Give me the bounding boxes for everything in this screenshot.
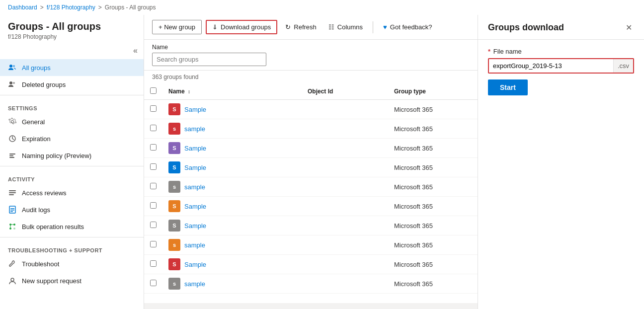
sidebar-item-expiration[interactable]: Expiration — [0, 130, 144, 147]
new-group-button[interactable]: + New group — [152, 20, 202, 34]
table-row: s sample Microsoft 365 — [144, 274, 478, 294]
group-name-link-3[interactable]: Sample — [184, 164, 206, 171]
sidebar-item-naming-policy[interactable]: Naming policy (Preview) — [0, 147, 144, 164]
row-checkbox-8[interactable] — [150, 260, 157, 267]
start-button[interactable]: Start — [488, 79, 528, 95]
row-checkbox-cell[interactable] — [144, 139, 162, 158]
row-checkbox-cell[interactable] — [144, 177, 162, 197]
breadcrumb-dashboard[interactable]: Dashboard — [8, 4, 37, 11]
svg-rect-9 — [9, 192, 16, 193]
row-checkbox-9[interactable] — [150, 280, 157, 286]
sidebar-item-troubleshoot[interactable]: Troubleshoot — [0, 255, 144, 272]
svg-point-2 — [9, 81, 12, 84]
row-checkbox-cell[interactable] — [144, 119, 162, 139]
filename-input[interactable] — [489, 59, 613, 73]
columns-button[interactable]: ☷ Columns — [324, 20, 367, 34]
sidebar-collapse-area: « — [0, 42, 144, 59]
breadcrumb: Dashboard > f/128 Photography > Groups -… — [0, 0, 644, 15]
feedback-button[interactable]: ♥ Got feedback? — [379, 20, 436, 34]
sidebar-item-audit-logs[interactable]: Audit logs — [0, 201, 144, 218]
row-checkbox-cell[interactable] — [144, 216, 162, 235]
gear-icon-2 — [8, 134, 17, 143]
deleted-groups-icon — [8, 80, 17, 89]
group-name-link-2[interactable]: Sample — [184, 145, 206, 152]
groups-download-panel: Groups download ✕ * File name .csv Start — [478, 15, 644, 309]
row-object-id-cell-9 — [302, 274, 388, 294]
row-checkbox-cell[interactable] — [144, 235, 162, 255]
filter-row: Name — [144, 40, 478, 71]
select-all-checkbox[interactable] — [150, 87, 157, 94]
svg-rect-5 — [9, 154, 15, 154]
row-checkbox-1[interactable] — [150, 125, 157, 131]
table-row: s sample Microsoft 365 — [144, 177, 478, 197]
name-column-header[interactable]: Name ↕ — [162, 83, 302, 100]
row-name-cell: S Sample — [162, 139, 302, 158]
group-name-link-9[interactable]: sample — [184, 280, 205, 288]
row-checkbox-3[interactable] — [150, 163, 157, 170]
row-name-cell: S Sample — [162, 197, 302, 216]
row-group-type-cell-4: Microsoft 365 — [388, 177, 478, 197]
horizontal-scrollbar[interactable] — [144, 303, 478, 309]
group-name-link-0[interactable]: Sample — [184, 106, 206, 113]
row-group-type-cell-2: Microsoft 365 — [388, 139, 478, 158]
row-checkbox-5[interactable] — [150, 202, 157, 209]
groups-table: Name ↕ Object Id Group type S Sample Mic… — [144, 83, 478, 294]
sidebar-label-all-groups: All groups — [22, 64, 51, 72]
row-checkbox-2[interactable] — [150, 144, 157, 151]
svg-rect-6 — [9, 155, 13, 156]
close-panel-button[interactable]: ✕ — [624, 22, 634, 33]
group-name-link-5[interactable]: Sample — [184, 203, 206, 210]
group-name-link-6[interactable]: Sample — [184, 222, 206, 230]
row-object-id-cell-8 — [302, 255, 388, 274]
row-checkbox-0[interactable] — [150, 105, 157, 112]
sidebar-item-bulk-operations[interactable]: Bulk operation results — [0, 218, 144, 235]
svg-rect-14 — [10, 211, 13, 212]
row-object-id-cell-4 — [302, 177, 388, 197]
row-checkbox-4[interactable] — [150, 183, 157, 189]
row-checkbox-cell[interactable] — [144, 255, 162, 274]
all-groups-icon — [8, 63, 17, 72]
row-checkbox-cell[interactable] — [144, 197, 162, 216]
sidebar-item-new-support[interactable]: New support request — [0, 272, 144, 289]
sidebar-item-all-groups[interactable]: All groups — [0, 59, 144, 76]
sidebar-label-general: General — [22, 118, 45, 126]
activity-section-label: Activity — [0, 170, 144, 184]
group-name-link-8[interactable]: Sample — [184, 261, 206, 268]
table-row: S Sample Microsoft 365 — [144, 216, 478, 235]
svg-point-1 — [13, 65, 15, 67]
row-checkbox-cell[interactable] — [144, 274, 162, 294]
refresh-button[interactable]: ↻ Refresh — [281, 20, 321, 34]
collapse-button[interactable]: « — [131, 44, 140, 57]
sidebar-label-audit-logs: Audit logs — [22, 206, 50, 214]
groups-table-container: Name ↕ Object Id Group type S Sample Mic… — [144, 83, 478, 303]
page-title: Groups - All groups — [8, 21, 136, 32]
group-avatar-4: s — [168, 181, 180, 193]
org-subtitle: f/128 Photography — [8, 33, 136, 40]
bulk-ops-icon — [8, 222, 17, 231]
table-row: s sample Microsoft 365 — [144, 235, 478, 255]
row-checkbox-cell[interactable] — [144, 100, 162, 119]
sidebar-item-deleted-groups[interactable]: Deleted groups — [0, 76, 144, 93]
svg-rect-13 — [10, 210, 14, 211]
breadcrumb-org[interactable]: f/128 Photography — [47, 4, 95, 11]
search-input[interactable] — [152, 53, 266, 66]
sidebar-item-access-reviews[interactable]: Access reviews — [0, 184, 144, 201]
toolbar: + New group ⇓ Download groups ↻ Refresh … — [144, 15, 478, 40]
main-content: + New group ⇓ Download groups ↻ Refresh … — [144, 15, 478, 309]
sort-icon: ↕ — [188, 89, 190, 94]
select-all-header[interactable] — [144, 83, 162, 100]
row-checkbox-cell[interactable] — [144, 158, 162, 177]
sidebar-label-deleted-groups: Deleted groups — [22, 81, 66, 88]
download-groups-button[interactable]: ⇓ Download groups — [206, 20, 277, 34]
sidebar-item-general[interactable]: General — [0, 113, 144, 130]
group-name-link-4[interactable]: sample — [184, 183, 205, 191]
file-extension: .csv — [613, 59, 633, 73]
gear-icon — [8, 117, 17, 126]
row-checkbox-6[interactable] — [150, 222, 157, 228]
row-group-type-cell-6: Microsoft 365 — [388, 216, 478, 235]
group-name-link-7[interactable]: sample — [184, 241, 205, 249]
group-avatar-8: S — [168, 258, 180, 270]
group-name-link-1[interactable]: sample — [184, 125, 205, 133]
row-checkbox-7[interactable] — [150, 241, 157, 247]
row-group-type-cell-8: Microsoft 365 — [388, 255, 478, 274]
